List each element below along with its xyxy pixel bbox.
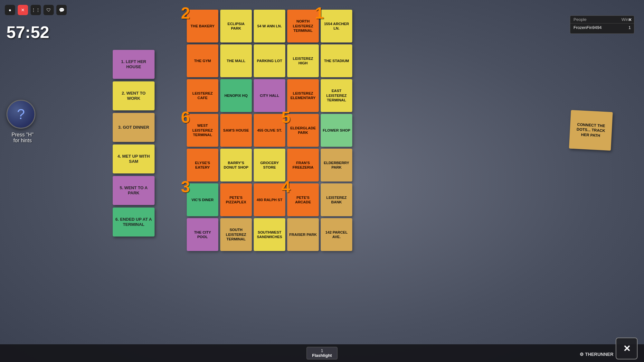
grid-cell-6[interactable]: The Mall [220, 44, 252, 77]
grid-cell-13[interactable]: Leisterez Elementary [287, 79, 319, 112]
grid-cell-25[interactable]: Vic's Diner3 [187, 183, 218, 216]
grid-cell-16[interactable]: Sam's House [220, 114, 252, 147]
logo-name: THERUNNER [585, 352, 613, 357]
grid-cell-26[interactable]: Pete's Pizzaplex [220, 183, 252, 216]
grid-cell-19[interactable]: Flower Shop [321, 114, 352, 147]
left-note-1[interactable]: 1. Left her House [113, 50, 155, 79]
grid-cell-0[interactable]: The Bakery2 [187, 10, 218, 42]
connect-dots-note: Connect the dots... Track her Path [569, 110, 613, 151]
grid-cell-29[interactable]: Leisterez Bank [321, 183, 352, 216]
hint-label: Press "H"for hints [5, 132, 40, 144]
grid-cell-33[interactable]: Fraiser Park [287, 218, 319, 251]
left-notes-panel: 1. Left her House2. Went to Work3. Got D… [113, 50, 155, 237]
grid-cell-24[interactable]: Elderberry Park [321, 149, 352, 181]
roblox-icon[interactable]: ● [5, 5, 15, 15]
grid-cell-14[interactable]: East Leisterez Terminal [321, 79, 352, 112]
grid-icon[interactable]: ⋮⋮ [31, 5, 41, 15]
flashlight-slot[interactable]: 1 Flashlight [307, 347, 337, 359]
x-close-button[interactable]: ✕ [616, 338, 638, 359]
top-icon-bar: ● ✕ ⋮⋮ 🛡 💬 [5, 5, 67, 15]
left-note-2[interactable]: 2. Went to Work [113, 81, 155, 110]
grid-cell-31[interactable]: South Leisterez Terminal [220, 218, 252, 251]
grid-cell-5[interactable]: The Gym [187, 44, 218, 77]
grid-cell-27[interactable]: 493 Ralph St [254, 183, 285, 216]
grid-cell-34[interactable]: 142 Parcel Ave. [321, 218, 352, 251]
grid-cell-7[interactable]: Parking Lot [254, 44, 285, 77]
grid-cell-22[interactable]: Grocery Store [254, 149, 285, 181]
hint-button[interactable]: ? [6, 100, 35, 129]
grid-cell-4[interactable]: 1554 Archer Ln.1 [321, 10, 352, 42]
flashlight-label: Flashlight [312, 353, 332, 358]
grid-cell-17[interactable]: 455 Olive St. [254, 114, 285, 147]
connect-note-area: Connect the dots... Track her Path [570, 111, 612, 150]
grid-cell-28[interactable]: Pete's Arcade4 [287, 183, 319, 216]
grid-cell-2[interactable]: 54 W Ann Ln. [254, 10, 285, 42]
grid-cell-20[interactable]: Elyse's Eatery [187, 149, 218, 181]
scoreboard-panel: ✕ People Wins FrozenFin9494 1 [570, 15, 634, 34]
grid-cell-23[interactable]: Fran's Freezeria [287, 149, 319, 181]
grid-cell-18[interactable]: Elderglade Park5 [287, 114, 319, 147]
left-note-3[interactable]: 3. Got Dinner [113, 113, 155, 142]
question-mark-icon: ? [17, 106, 25, 122]
chat-icon[interactable]: 💬 [56, 5, 67, 15]
logo-icon: ⚙ [580, 352, 584, 357]
grid-cell-1[interactable]: Eclipsia Park [220, 10, 252, 42]
logo-text: ⚙ THERUNNER [580, 352, 613, 357]
player-name: FrozenFin9494 [573, 25, 601, 30]
grid-cell-11[interactable]: Henopix HQ [220, 79, 252, 112]
close-icon[interactable]: ✕ [18, 5, 28, 15]
grid-cell-9[interactable]: The Stadium [321, 44, 352, 77]
grid-cell-32[interactable]: Southwest Sandwiches [254, 218, 285, 251]
scoreboard-header: People Wins [570, 16, 634, 23]
left-note-4[interactable]: 4. Met up with Sam [113, 144, 155, 173]
flashlight-count: 1 [321, 348, 323, 353]
scoreboard-close[interactable]: ✕ [628, 17, 632, 22]
people-header: People [573, 17, 586, 22]
timer-display: 57:52 [6, 23, 49, 42]
location-grid: The Bakery2Eclipsia Park54 W Ann Ln.Nort… [187, 10, 352, 251]
grid-cell-12[interactable]: City Hall [254, 79, 285, 112]
score-row: FrozenFin9494 1 [570, 23, 634, 32]
left-note-6[interactable]: 6. Ended up at a Terminal [113, 208, 155, 237]
bottom-toolbar: 1 Flashlight [0, 344, 644, 362]
grid-cell-3[interactable]: North Leisterez Terminal [287, 10, 319, 42]
grid-cell-8[interactable]: Leisterez High [287, 44, 319, 77]
grid-cell-15[interactable]: West Leisterez Terminal6 [187, 114, 218, 147]
player-wins: 1 [629, 25, 631, 30]
grid-cell-30[interactable]: The City Pool [187, 218, 218, 251]
left-note-5[interactable]: 5. Went to a Park [113, 176, 155, 205]
shield-icon[interactable]: 🛡 [43, 5, 54, 15]
grid-cell-21[interactable]: Barry's Donut Shop [220, 149, 252, 181]
grid-cell-10[interactable]: Leisterez Cafe [187, 79, 218, 112]
